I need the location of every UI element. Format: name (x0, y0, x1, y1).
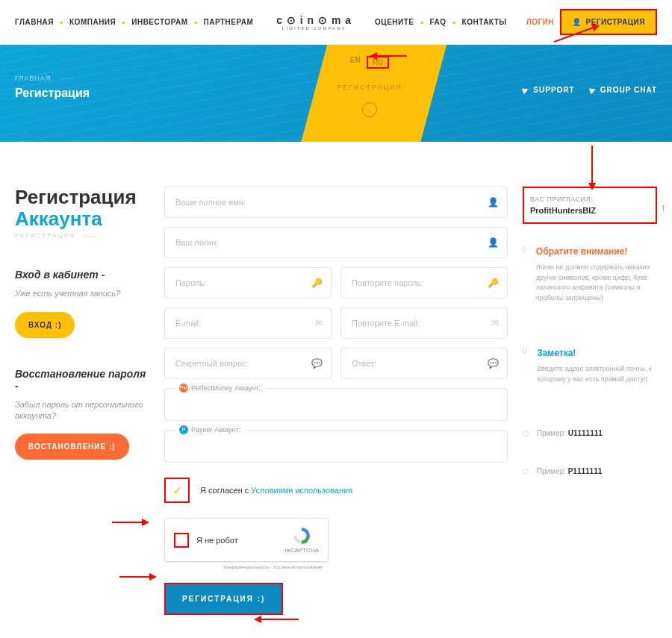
nav-faq[interactable]: FAQ (430, 18, 447, 26)
note1-text: Логин не должен содержать никаких других… (536, 263, 657, 303)
invite-box: ВАС ПРИГЛАСИЛ: ProfitHuntersBIZ (523, 187, 657, 224)
nav-sep: ◆ (194, 19, 198, 25)
fullname-input[interactable] (164, 187, 508, 218)
recaptcha-checkbox[interactable] (174, 533, 189, 548)
breadcrumb-home[interactable]: ГЛАВНАЯ (15, 75, 51, 82)
example-value: U1111111 (568, 429, 603, 437)
recaptcha-brand: reCAPTCHA (285, 547, 319, 554)
recover-button[interactable]: ВОСТАНОВЛЕНИЕ :) (15, 434, 129, 460)
user-icon: 👤 (488, 197, 499, 207)
annotation-arrow (119, 573, 157, 581)
recaptcha-label: Я не робот (196, 536, 278, 545)
annotation-arrow (254, 616, 299, 623)
payeer-badge-icon: P (179, 425, 188, 434)
nav-left: ГЛАВНАЯ ◆ КОМПАНИЯ ◆ ИНВЕСТОРАМ ◆ ПАРТНЕ… (15, 18, 253, 26)
secret-answer-input[interactable] (340, 348, 508, 379)
nav-sep: ◆ (452, 19, 456, 25)
example-payeer: Пример: P1111111 (523, 467, 657, 475)
example-pm: Пример: U1111111 (523, 429, 657, 437)
login-link[interactable]: ЛОГИН (526, 18, 554, 26)
heading-line1: Регистрация (15, 186, 137, 208)
pm-badge-icon: PM (179, 384, 188, 393)
support-links: SUPPORT GROUP CHAT (523, 86, 657, 94)
terms-checkbox[interactable]: ✓ (164, 478, 190, 503)
password-input[interactable] (164, 267, 332, 298)
mail-icon: ✉ (491, 318, 499, 328)
note1-title: Обратите внимание! (536, 246, 657, 257)
nav-investors[interactable]: ИНВЕСТОРАМ (131, 18, 187, 26)
password-repeat-input[interactable] (340, 267, 508, 298)
right-sidebar: ВАС ПРИГЛАСИЛ: ProfitHuntersBIZ ↑ Обрати… (523, 187, 657, 615)
scroll-down-icon[interactable]: ↓ (362, 102, 377, 117)
login-input[interactable] (164, 227, 508, 258)
agree-prefix: Я согласен с (200, 486, 251, 495)
recaptcha-widget: Я не робот reCAPTCHA (164, 518, 329, 562)
chat-icon: 💬 (311, 358, 323, 369)
agree-row: ✓ Я согласен с Условиями использования (164, 478, 508, 503)
nav-rate[interactable]: ОЦЕНИТЕ (375, 18, 414, 26)
email-repeat-input[interactable] (340, 307, 508, 339)
payeer-input[interactable] (164, 430, 508, 463)
registration-form: 👤 👤 🔑 🔑 ✉ ✉ (164, 187, 508, 615)
nav-contacts[interactable]: КОНТАКТЫ (462, 18, 507, 26)
recaptcha-terms: Конфиденциальность - Условия использован… (164, 565, 329, 569)
scroll-top-icon[interactable]: ↑ (661, 201, 666, 213)
note-login: Обратите внимание! Логин не должен содер… (523, 246, 657, 303)
login-section-title: Вход в кабинет - (15, 269, 149, 281)
perfectmoney-input[interactable] (164, 388, 508, 421)
annotation-arrow (370, 52, 407, 60)
user-icon: 👤 (572, 18, 582, 26)
nav-sep: ◆ (60, 19, 63, 25)
nav-sep: ◆ (122, 19, 125, 25)
note-email: Заметка! Введите адрес электронной почты… (523, 348, 657, 384)
breadcrumb-sep: —— (60, 75, 75, 82)
recover-section-text: Забыл пароль от персонального аккаунта? (15, 399, 149, 422)
mail-icon: ✉ (315, 318, 323, 328)
hero-yellow-content: EN RU РЕГИСТРАЦИЯ ↓ (317, 56, 422, 117)
logo-subtext: LIMITED COMPANY (276, 26, 352, 31)
dash-icon: —— (83, 232, 98, 239)
agree-text: Я согласен с Условиями использования (200, 486, 352, 495)
lang-en[interactable]: EN (350, 56, 361, 69)
chat-icon: 💬 (488, 358, 499, 369)
email-input[interactable] (164, 307, 332, 339)
recover-section-title: Восстановление пароля - (15, 368, 149, 392)
group-chat-link[interactable]: GROUP CHAT (590, 86, 657, 94)
login-section-text: Уже есть учетная запись? (15, 288, 149, 299)
logo: c ⊙ i n ⊙ m a LIMITED COMPANY (276, 14, 352, 31)
login-button[interactable]: ВХОД :) (15, 312, 75, 338)
heading-sub-text: РЕГИСТРАЦИЯ (15, 232, 75, 239)
nav-home[interactable]: ГЛАВНАЯ (15, 18, 54, 26)
support-link[interactable]: SUPPORT (523, 86, 574, 94)
inviter-name: ProfitHuntersBIZ (530, 206, 650, 215)
chat-label: GROUP CHAT (600, 86, 657, 94)
heading-sub: РЕГИСТРАЦИЯ —— (15, 232, 149, 239)
payeer-label: P Payeer Аккаунт: (175, 425, 245, 434)
key-icon: 🔑 (488, 278, 499, 288)
note2-title: Заметка! (537, 348, 657, 358)
nav-sep: ◆ (420, 19, 424, 25)
secret-question-input[interactable] (164, 348, 332, 379)
invite-label: ВАС ПРИГЛАСИЛ: (530, 196, 650, 203)
annotation-arrow (112, 519, 149, 526)
logo-text: c ⊙ i n ⊙ m a (276, 14, 352, 26)
payeer-label-text: Payeer Аккаунт: (191, 426, 240, 434)
example-value: P1111111 (568, 467, 603, 475)
recaptcha-icon (292, 526, 311, 545)
heading-line2: Аккаунта (15, 207, 102, 230)
page-title: Регистрация (15, 87, 90, 100)
nav-company[interactable]: КОМПАНИЯ (69, 18, 116, 26)
page-heading: Регистрация Аккаунта (15, 187, 149, 229)
submit-button[interactable]: РЕГИСТРАЦИЯ :) (164, 583, 283, 615)
plane-icon (522, 86, 529, 93)
bullet-icon (523, 469, 529, 475)
hero-banner: EN RU РЕГИСТРАЦИЯ ↓ ГЛАВНАЯ —— Регистрац… (0, 45, 672, 142)
support-label: SUPPORT (533, 86, 574, 94)
example-label: Пример: (537, 467, 568, 475)
nav-partners[interactable]: ПАРТНЕРАМ (204, 18, 254, 26)
terms-link[interactable]: Условиями использования (251, 486, 352, 495)
key-icon: 🔑 (311, 278, 323, 288)
perfectmoney-label: PM PerfectMoney Аккаунт: (175, 384, 265, 393)
bullet-icon (523, 348, 526, 354)
note2-text: Введите адрес электронной почты, к котор… (537, 364, 657, 384)
